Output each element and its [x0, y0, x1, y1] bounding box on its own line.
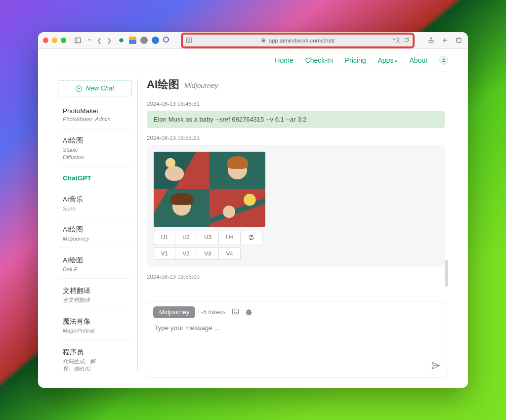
sidebar-item-label: AI音乐 [63, 195, 128, 204]
sidebar-item-programmer[interactable]: 程序员 代码生成、解 释、修BUG [58, 343, 132, 378]
grid-image-4[interactable] [210, 189, 265, 227]
chat-panel: AI绘图 Midjourney 2024-08-13 16:48:31 Elon… [138, 72, 448, 378]
sidebar-item-midjourney[interactable]: AI绘图 Midjourney [58, 220, 132, 248]
variation-v4[interactable]: V4 [219, 247, 241, 260]
sidebar-item-sublabel: PhotoMaker_Admin [63, 116, 128, 123]
sidebar: + New Chat PhotoMaker PhotoMaker_Admin A… [58, 72, 137, 378]
bot-message: U1 U2 U3 U4 V1 V2 V3 V4 [147, 145, 445, 267]
midjourney-image-grid[interactable] [154, 152, 265, 227]
timestamp: 2024-08-13 16:56:00 [147, 274, 445, 280]
timestamp: 2024-08-13 16:55:23 [147, 135, 445, 141]
traffic-lights[interactable] [43, 38, 66, 43]
extension-icon[interactable] [129, 37, 136, 44]
window-zoom-button[interactable] [61, 38, 66, 43]
user-message-text: Elon Musk as a baby --sref 682764315 --v… [154, 116, 306, 123]
composer-meta: Midjourney -5 tokens [147, 301, 448, 318]
sidebar-item-sublabel: 全文档翻译 [63, 296, 128, 304]
user-message: Elon Musk as a baby --sref 682764315 --v… [147, 111, 445, 128]
extension-icon[interactable] [152, 37, 159, 44]
main-content: + New Chat PhotoMaker PhotoMaker_Admin A… [38, 72, 468, 388]
address-bar-url[interactable]: app.aimindwork.com/chat/ [269, 38, 335, 43]
nav-pricing[interactable]: Pricing [345, 56, 366, 64]
extension-icon[interactable] [140, 37, 148, 44]
timestamp: 2024-08-13 16:48:31 [147, 101, 445, 107]
sidebar-item-label: AI绘图 [63, 256, 128, 265]
sidebar-item-sublabel: Dall-E [63, 266, 128, 273]
user-avatar-icon[interactable] [439, 56, 448, 65]
new-chat-button[interactable]: + New Chat [58, 80, 132, 96]
token-counter: -5 tokens [201, 309, 225, 316]
reader-mode-icon[interactable] [186, 35, 192, 46]
extension-icon[interactable] [118, 37, 125, 44]
chat-title-row: AI绘图 Midjourney [147, 77, 448, 92]
variation-row: V1 V2 V3 V4 [154, 247, 438, 260]
svg-rect-0 [75, 38, 80, 43]
sidebar-item-dalle[interactable]: AI绘图 Dall-E [58, 251, 132, 279]
variation-v2[interactable]: V2 [175, 247, 197, 260]
grid-image-2[interactable] [210, 152, 265, 189]
share-icon[interactable] [426, 37, 435, 44]
reload-icon[interactable] [404, 37, 410, 44]
sidebar-item-sublabel: Midjourney [63, 235, 128, 243]
upscale-u3[interactable]: U3 [197, 231, 219, 245]
sidebar-item-label: 魔法肖像 [63, 317, 128, 326]
page-content: Home Check-In Pricing Apps▾ About + New … [38, 49, 468, 388]
engine-pill[interactable]: Midjourney [153, 306, 195, 318]
sidebar-item-stable-diffusion[interactable]: AI绘图 Stable Diffusion [58, 131, 132, 167]
chat-subtitle: Midjourney [184, 82, 218, 89]
messages-scroll[interactable]: 2024-08-13 16:48:31 Elon Musk as a baby … [147, 94, 448, 296]
message-input[interactable] [147, 318, 448, 361]
nav-checkin[interactable]: Check-In [305, 56, 333, 64]
variation-v3[interactable]: V3 [197, 247, 219, 260]
new-tab-icon[interactable]: ＋ [440, 35, 449, 45]
nav-home[interactable]: Home [275, 56, 293, 64]
translate-icon[interactable]: ᴬ文 [393, 37, 401, 44]
sidebar-toggle-icon[interactable] [73, 37, 82, 44]
sidebar-item-label: AI绘图 [63, 225, 128, 234]
sidebar-item-ai-music[interactable]: AI音乐 Suno [58, 190, 132, 218]
chat-title: AI绘图 [147, 77, 179, 92]
tab-overview-icon[interactable] [454, 37, 463, 44]
grid-image-1[interactable] [154, 152, 210, 189]
scrollbar-thumb[interactable] [445, 260, 448, 287]
address-bar-highlighted[interactable]: app.aimindwork.com/chat/ ᴬ文 [181, 33, 415, 48]
send-icon [431, 361, 441, 371]
upscale-u4[interactable]: U4 [219, 231, 241, 245]
new-chat-label: New Chat [86, 84, 114, 92]
sidebar-item-sublabel: Stable Diffusion [63, 146, 128, 161]
window-close-button[interactable] [43, 38, 48, 43]
tab-groups-chevron-icon[interactable] [87, 37, 92, 44]
browser-nav: ❮ ❯ [97, 37, 112, 44]
send-button[interactable] [431, 361, 448, 378]
variation-v1[interactable]: V1 [154, 247, 175, 260]
browser-window: ❮ ❯ app.aimindwork.com/chat/ ᴬ文 [38, 32, 468, 388]
sidebar-item-sublabel: MagicPortrait [63, 327, 128, 335]
upscale-u1[interactable]: U1 [154, 231, 175, 245]
svg-rect-7 [457, 39, 461, 42]
nav-apps[interactable]: Apps▾ [378, 56, 397, 64]
nav-back-icon[interactable]: ❮ [97, 37, 102, 44]
sidebar-item-label: 文档翻译 [63, 287, 128, 295]
sidebar-item-photomaker[interactable]: PhotoMaker PhotoMaker_Admin [58, 102, 132, 128]
svg-point-10 [234, 310, 235, 311]
upscale-u2[interactable]: U2 [175, 231, 197, 245]
sidebar-item-doc-translate[interactable]: 文档翻译 全文档翻译 [58, 282, 132, 309]
nav-apps-label: Apps [378, 56, 393, 64]
gear-icon[interactable] [245, 308, 253, 317]
extension-icon[interactable] [163, 37, 169, 42]
sidebar-item-magic-portrait[interactable]: 魔法肖像 MagicPortrait [58, 312, 132, 340]
image-icon[interactable] [232, 308, 239, 317]
sidebar-item-sublabel: 代码生成、解 释、修BUG [63, 358, 128, 373]
nav-about[interactable]: About [409, 56, 427, 64]
browser-toolbar: ❮ ❯ app.aimindwork.com/chat/ ᴬ文 [38, 32, 468, 49]
lock-icon [261, 38, 266, 43]
nav-forward-icon[interactable]: ❯ [107, 37, 112, 44]
reroll-button[interactable] [241, 231, 262, 245]
sidebar-item-chatgpt[interactable]: ChatGPT [58, 169, 132, 187]
sidebar-item-label: AI绘图 [63, 136, 128, 145]
extension-icons [118, 37, 169, 44]
reroll-icon [248, 234, 254, 241]
sidebar-item-sublabel: Suno [63, 205, 128, 212]
window-minimize-button[interactable] [52, 38, 57, 43]
grid-image-3[interactable] [154, 189, 210, 227]
